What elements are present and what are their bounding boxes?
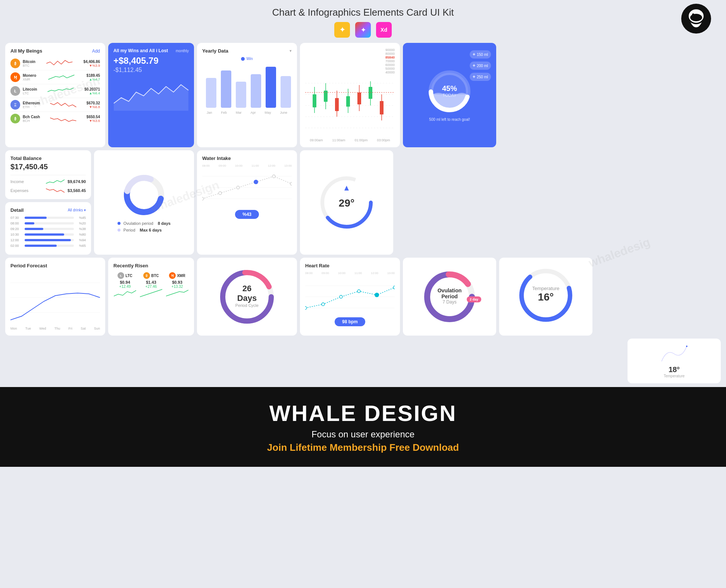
dashboard: whaledesign whaledesign whaledesig All M… — [0, 41, 726, 383]
candle-85840: 85840 — [385, 56, 395, 59]
btc-sparkline — [38, 59, 81, 68]
risen-title: Recently Risen — [113, 263, 189, 268]
svg-point-43 — [254, 180, 258, 184]
eth-sparkline — [42, 100, 84, 109]
wins-title: All my Wins and All i Lost — [113, 48, 168, 53]
candle-time3: 01:00pm — [354, 138, 367, 142]
detail-card: Detail All drinks ▾ 07:30 %45 08:00 %20 … — [5, 202, 91, 255]
banner-brand: WHALE DESIGN — [7, 400, 719, 426]
svg-point-59 — [322, 303, 325, 306]
detail-row-1: 07:30 %45 — [10, 216, 86, 220]
row-2: Total Balance $17,450.45 Income $9,674.9… — [5, 150, 721, 255]
beings-add[interactable]: Add — [92, 48, 100, 54]
heart-title: Heart Rate — [305, 263, 395, 268]
svg-marker-48 — [344, 186, 349, 191]
crypto-row-eth: Ξ EthereumETH $670.32▼%6.8 — [10, 98, 100, 112]
temp2-card: 18° Temperature — [628, 339, 721, 383]
water-ml-3: 250 ml — [477, 75, 488, 79]
water-ring-card: 45% TODAY + 150 ml + 200 ml + 250 ml 500 — [403, 43, 496, 147]
detail-pct-6: %65 — [76, 244, 86, 248]
heart-rate-card: Heart Rate 08:00 09:00 10:00 11:00 12:00… — [300, 258, 400, 336]
period-forecast-card: Period Forecast Mon Tue Wed Thu Fri Sat … — [5, 258, 105, 336]
detail-pct-5: %94 — [76, 238, 86, 242]
heart-btn[interactable]: 98 bpm — [335, 317, 365, 326]
water-pct: 45% — [442, 84, 457, 92]
risen-ltc: Ł LTC $0.94 +12.49 — [113, 272, 137, 299]
banner-cta[interactable]: Join Lifetime Membership Free Download — [7, 442, 719, 453]
temp2-value: 18° — [669, 365, 680, 374]
svg-rect-5 — [221, 70, 231, 108]
sketch-icon: ✦ — [334, 22, 350, 38]
eth-icon: Ξ — [10, 100, 20, 110]
yearly-jan: Jan — [207, 111, 212, 114]
balance-detail-col: Total Balance $17,450.45 Income $9,674.9… — [5, 150, 91, 255]
income-label: Income — [10, 179, 24, 184]
ovulation-period1-value: 8 days — [158, 221, 170, 226]
candle-card: 90000 80000 85840 70000 60000 50000 4000… — [300, 43, 400, 147]
candle-70k: 70000 — [385, 59, 395, 63]
xmr-sparkline — [38, 73, 84, 82]
svg-point-58 — [305, 306, 307, 309]
svg-rect-26 — [357, 92, 361, 104]
candle-90k: 90000 — [385, 48, 395, 52]
ovulation-period2-label: Period — [123, 228, 135, 232]
svg-point-60 — [339, 295, 342, 298]
detail-time-6: 02:00 — [10, 244, 22, 248]
svg-point-3 — [692, 13, 694, 16]
risen-btc: ₿ BTC $1.43 +27.46 — [140, 272, 163, 299]
candle-time1: 09:00am — [310, 138, 323, 142]
svg-point-63 — [393, 286, 395, 289]
wins-period[interactable]: monthly — [176, 49, 189, 53]
svg-point-61 — [357, 290, 360, 293]
forecast-title: Period Forecast — [10, 263, 100, 268]
svg-rect-8 — [266, 67, 276, 108]
water-item-1[interactable]: + 150 ml — [470, 50, 491, 59]
btc-price: $4,406.86 — [84, 60, 100, 64]
detail-dropdown[interactable]: All drinks ▾ — [68, 208, 86, 212]
detail-time-3: 09:20 — [10, 227, 22, 231]
cycle-value: 26 Days — [232, 283, 262, 303]
yearly-card: Yearly Data ▾ Win Jan Feb — [197, 43, 297, 147]
yearly-mar: Mar — [236, 111, 242, 114]
svg-rect-9 — [281, 76, 291, 108]
wins-chart — [113, 77, 189, 111]
detail-time-2: 08:00 — [10, 221, 22, 225]
row-4: 18° Temperature — [5, 339, 721, 383]
svg-rect-6 — [236, 82, 246, 108]
heart-chart — [305, 276, 395, 314]
water-item-3[interactable]: + 250 ml — [470, 73, 491, 81]
water-ml-2: 200 ml — [477, 64, 488, 68]
water-btn[interactable]: %43 — [235, 210, 259, 219]
candle-40k: 40000 — [385, 70, 395, 74]
bch-name: Bch Cash — [23, 115, 40, 119]
svg-rect-28 — [380, 101, 384, 114]
wins-card: All my Wins and All i Lost monthly +$8,4… — [108, 43, 194, 147]
gauge-card: 29° — [300, 150, 393, 255]
gauge-value: 29° — [339, 197, 354, 209]
svg-point-44 — [272, 175, 275, 178]
temp-card: Temperature 16° — [499, 258, 592, 336]
svg-rect-20 — [346, 96, 350, 107]
yearly-apr: Apr — [250, 111, 256, 114]
xmr-price: $189.45 — [87, 73, 100, 78]
ovulation-period-value: 7 Days — [436, 299, 464, 304]
balance-amount: $17,450.45 — [10, 163, 86, 171]
water-ml-1: 150 ml — [477, 53, 488, 57]
yearly-dropdown[interactable]: ▾ — [290, 48, 292, 53]
ovulation-period2-value: Max 6 days — [140, 228, 162, 232]
yearly-title: Yearly Data — [202, 48, 228, 54]
yearly-may: May — [265, 111, 271, 114]
ltc-sparkline — [39, 87, 82, 95]
ovulation-day: 2 day — [470, 298, 478, 301]
water-item-2[interactable]: + 200 ml — [470, 62, 491, 70]
tool-icons-row: ✦ ✦ Xd — [0, 22, 726, 38]
banner-sub: Focus on user experience — [7, 429, 719, 440]
water-title: Water Intake — [202, 155, 292, 161]
yearly-chart — [202, 63, 292, 108]
bch-price: $650.54 — [87, 115, 100, 119]
figma-icon: ✦ — [355, 22, 371, 38]
svg-point-2 — [690, 14, 702, 21]
candle-60k: 60000 — [385, 63, 395, 67]
temp-value: 16° — [532, 291, 560, 303]
crypto-row-xmr: Ɱ MoneroXMR $189.45▲%4.7 — [10, 70, 100, 84]
